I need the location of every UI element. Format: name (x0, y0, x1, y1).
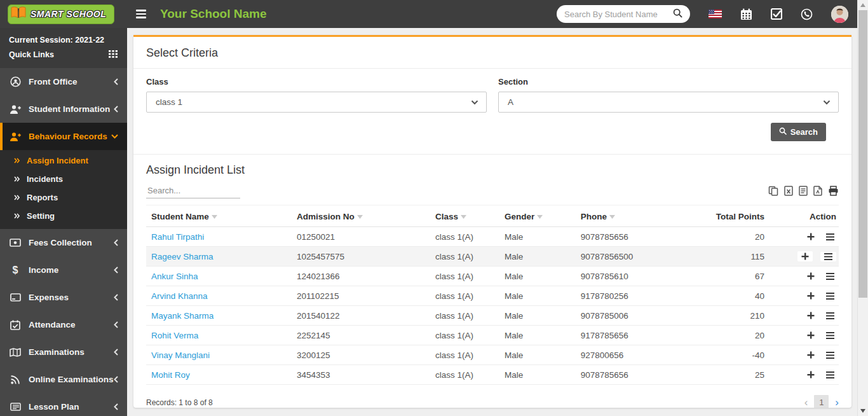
avatar[interactable] (831, 6, 848, 23)
sidebar-item-label: Student Information (29, 104, 110, 114)
student-search-input[interactable] (564, 10, 669, 19)
class-select[interactable]: class 1 (146, 92, 487, 113)
incident-list-icon[interactable] (824, 291, 836, 301)
sidebar-item-front-office[interactable]: Front Office (0, 68, 127, 95)
table-header-row: Student Name Admission No Class Gender P… (146, 205, 839, 227)
student-search-box[interactable] (557, 5, 690, 23)
col-phone[interactable]: Phone (576, 205, 666, 227)
vertical-scrollbar[interactable] (857, 0, 868, 416)
table-search-input[interactable] (146, 183, 240, 198)
section-select[interactable]: A (498, 92, 839, 113)
add-incident-icon[interactable] (805, 350, 817, 360)
sidebar-item-income[interactable]: $ Income (0, 256, 127, 284)
sidebar-item-fees-collection[interactable]: Fees Collection (0, 229, 127, 256)
add-incident-icon[interactable] (805, 330, 817, 340)
tasks-icon[interactable] (771, 8, 782, 20)
sidebar-item-label: Front Office (29, 77, 78, 87)
add-incident-icon[interactable] (805, 310, 817, 321)
col-total-points[interactable]: Total Points (665, 205, 770, 227)
banknote-icon (9, 239, 22, 247)
incident-list-icon[interactable] (824, 350, 836, 360)
incident-table: Student Name Admission No Class Gender P… (146, 205, 839, 385)
class-cell: class 1(A) (430, 306, 499, 326)
add-incident-icon[interactable] (805, 291, 817, 301)
phone-cell: 9078785610 (576, 267, 666, 286)
student-plus-icon (9, 132, 22, 142)
sidebar-item-behaviour-records[interactable]: Behaviour Records (0, 123, 127, 150)
sidebar-item-label: Expenses (29, 293, 69, 302)
copy-icon[interactable] (768, 186, 778, 196)
search-button[interactable]: Search (771, 123, 826, 141)
incident-list-icon[interactable] (824, 331, 836, 340)
scrollbar-thumb[interactable] (858, 10, 867, 298)
student-name-link[interactable]: Rohit Verma (146, 326, 292, 345)
pagination-next[interactable]: › (835, 397, 839, 408)
student-name-link[interactable]: Mohit Roy (146, 365, 292, 385)
sidebar-item-student-information[interactable]: Student Information (0, 95, 127, 123)
grid-icon[interactable] (109, 49, 118, 60)
col-gender[interactable]: Gender (499, 205, 576, 227)
total-points-cell: 20 (665, 227, 770, 247)
print-icon[interactable] (828, 186, 839, 196)
class-cell: class 1(A) (430, 365, 499, 385)
chevron-left-icon (114, 294, 118, 301)
table-row: Rohit Verma 2252145 class 1(A) Male 9178… (146, 326, 839, 345)
csv-icon[interactable] (799, 186, 808, 196)
student-name-link[interactable]: Rageev Sharma (146, 247, 292, 267)
sidebar-item-examinations[interactable]: Examinations (0, 338, 127, 366)
incident-list-icon[interactable] (824, 370, 836, 380)
submenu-item-setting[interactable]: Setting (0, 207, 127, 225)
incident-list-icon[interactable] (824, 311, 836, 321)
incident-list-icon[interactable] (820, 252, 836, 261)
table-footer: Records: 1 to 8 of 8 ‹ 1 › (133, 385, 851, 408)
student-name-link[interactable]: Mayank Sharma (146, 306, 292, 326)
sidebar-item-label: Behaviour Records (29, 132, 107, 141)
calendar-icon[interactable] (740, 8, 752, 20)
col-student-name[interactable]: Student Name (146, 205, 292, 227)
search-icon[interactable] (673, 8, 682, 20)
incident-list-icon[interactable] (824, 232, 836, 242)
add-incident-icon[interactable] (805, 271, 817, 281)
col-class[interactable]: Class (430, 205, 499, 227)
total-points-cell: 20 (665, 326, 770, 345)
pagination-prev[interactable]: ‹ (804, 397, 808, 408)
hamburger-icon[interactable] (136, 10, 146, 18)
scroll-down-icon[interactable] (860, 409, 865, 413)
sidebar-item-attendance[interactable]: Attendance (0, 311, 127, 338)
pagination-page-1[interactable]: 1 (814, 395, 829, 408)
add-incident-icon[interactable] (805, 232, 817, 242)
chevron-left-icon (114, 78, 118, 85)
incident-list-icon[interactable] (824, 272, 836, 281)
sidebar-item-label: Examinations (29, 347, 85, 357)
submenu-item-reports[interactable]: Reports (0, 188, 127, 207)
chevron-left-icon (114, 349, 118, 356)
chevron-down-icon (823, 97, 831, 107)
us-flag-icon[interactable] (709, 10, 722, 18)
sidebar-item-expenses[interactable]: Expenses (0, 284, 127, 311)
app-logo[interactable]: SMART SCHOOL (8, 4, 114, 24)
add-incident-icon[interactable] (797, 251, 813, 261)
student-name-link[interactable]: Vinay Manglani (146, 345, 292, 365)
student-name-link[interactable]: Rahul Tirpathi (146, 227, 292, 247)
total-points-cell: -40 (665, 345, 770, 365)
table-row: Rahul Tirpathi 01250021 class 1(A) Male … (146, 227, 839, 247)
student-name-link[interactable]: Ankur Sinha (146, 267, 292, 286)
export-toolbar (768, 186, 839, 198)
whatsapp-icon[interactable] (801, 8, 813, 20)
total-points-cell: 67 (665, 267, 770, 286)
sidebar-item-online-examinations[interactable]: Online Examinations (0, 366, 127, 393)
submenu-item-incidents[interactable]: Incidents (0, 170, 127, 188)
submenu-item-assign-incident[interactable]: Assign Incident (0, 151, 127, 170)
phone-cell: 9178780256 (576, 286, 666, 306)
add-incident-icon[interactable] (805, 370, 817, 380)
scroll-up-icon[interactable] (860, 3, 865, 7)
col-admission-no[interactable]: Admission No (292, 205, 430, 227)
total-points-cell: 210 (665, 306, 770, 326)
school-name-title: Your School Name (160, 7, 267, 21)
search-icon (779, 127, 787, 137)
student-name-link[interactable]: Arvind Khanna (146, 286, 292, 306)
sidebar-item-lesson-plan[interactable]: Lesson Plan (0, 393, 127, 416)
admission-no-cell: 201102215 (292, 286, 430, 306)
excel-icon[interactable] (784, 186, 793, 196)
pdf-icon[interactable] (813, 186, 822, 196)
